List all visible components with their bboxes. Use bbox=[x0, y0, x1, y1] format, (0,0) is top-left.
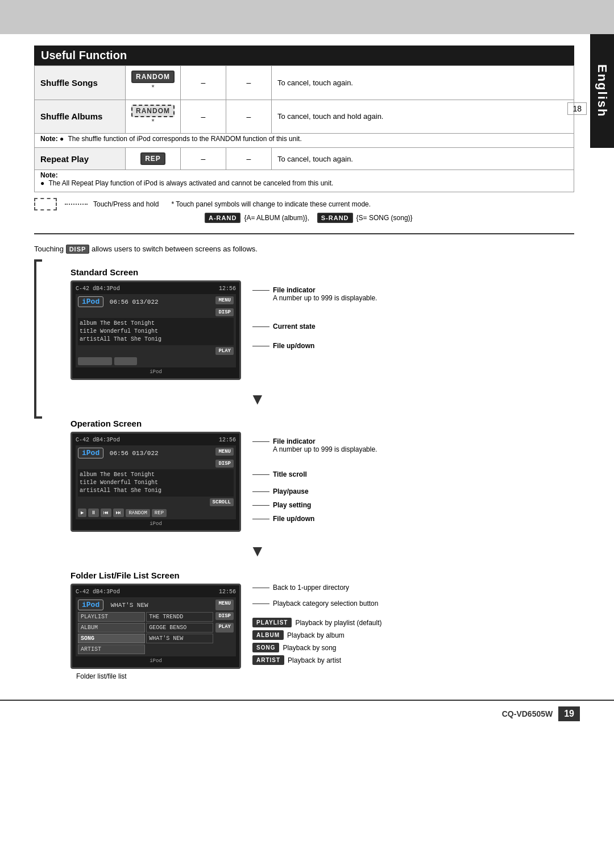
random-button-solid[interactable]: RANDOM bbox=[131, 71, 175, 83]
folder-annotations: Back to 1-upper directory Playback categ… bbox=[252, 584, 382, 665]
shuffle-songs-col2: – bbox=[181, 66, 226, 100]
row-label-shuffle-albums: Shuffle Albums bbox=[35, 100, 126, 134]
annot-dash-3 bbox=[252, 346, 269, 346]
ctrl-play[interactable]: ▶ bbox=[78, 509, 86, 517]
annot-text: File indicator A number up to 999 is dis… bbox=[273, 286, 377, 302]
random-button-dashed[interactable]: RANDOM bbox=[131, 105, 175, 117]
op-device-top-bar: C-42 dB4:3Pod 12:56 bbox=[76, 437, 236, 443]
shuffle-albums-note-row: Note: ● The shuffle function of iPod cor… bbox=[35, 134, 574, 148]
op-top-right: 12:56 bbox=[219, 437, 236, 443]
bullet-icon-2: ● bbox=[40, 179, 44, 187]
legend-playlist-badge: PLAYLIST bbox=[252, 618, 292, 627]
arrow-down-2: ▼ bbox=[133, 542, 382, 560]
op-scroll-btn[interactable]: SCROLL bbox=[210, 498, 234, 506]
folder-disp-btn[interactable]: DISP bbox=[215, 612, 234, 620]
note-label-2: Note: bbox=[40, 171, 58, 179]
operation-screen-layout: C-42 dB4:3Pod 12:56 iPod 06:56 013/022 M… bbox=[70, 432, 382, 532]
op-annot-title-scroll: Title scroll bbox=[252, 470, 377, 478]
legend-song-desc: Playback by song bbox=[283, 644, 336, 652]
folder-list-label: Folder list/file list bbox=[76, 672, 382, 680]
op-disp-btn[interactable]: DISP bbox=[215, 460, 234, 468]
shuffle-albums-note-cell: Note: ● The shuffle function of iPod cor… bbox=[35, 134, 574, 148]
op-track-info: 06:56 013/022 bbox=[110, 450, 159, 457]
op-text-line2: title Wonderful Tonight bbox=[80, 479, 232, 487]
legend-row: Touch/Press and hold * Touch panel symbo… bbox=[34, 198, 574, 210]
device-text-area: album The Best Tonight title Wonderful T… bbox=[78, 318, 234, 345]
a-rand-badge: A-RAND bbox=[205, 213, 240, 223]
folder-screen-title: Folder List/File List Screen bbox=[70, 571, 382, 580]
table-row: Shuffle Songs RANDOM * – – To cancel, to… bbox=[35, 66, 574, 100]
annot-current-state: Current state bbox=[252, 323, 377, 330]
folder-annot-back: Back to 1-upper directory bbox=[252, 584, 382, 592]
folder-legend: PLAYLIST Playback by playlist (default) … bbox=[252, 618, 382, 665]
a-rand-desc: {A= ALBUM (album)}, bbox=[244, 214, 309, 222]
disp-btn-std[interactable]: DISP bbox=[215, 308, 234, 316]
legend-artist-badge: ARTIST bbox=[252, 655, 284, 665]
disp-badge[interactable]: DISP bbox=[66, 245, 90, 254]
folder-play-btn[interactable]: PLAY bbox=[215, 623, 234, 633]
ctrl-rep[interactable]: REP bbox=[152, 509, 167, 517]
device-row-1: iPod 06:56 013/022 MENU bbox=[78, 296, 234, 307]
repeat-play-button-cell: REP bbox=[126, 148, 181, 170]
top-bar bbox=[0, 0, 614, 34]
section-divider bbox=[34, 233, 574, 234]
device-main-area: iPod 06:56 013/022 MENU DISP album The bbox=[76, 294, 236, 367]
asterisk-note: * Touch panel symbols will change to ind… bbox=[171, 200, 371, 208]
text-line3: artistAll That She Tonig bbox=[80, 336, 232, 344]
ctrl-pause[interactable]: ⏸ bbox=[88, 509, 99, 517]
disp-text-before: Touching bbox=[34, 245, 64, 253]
op-annot-file-updown: File up/down bbox=[252, 515, 377, 523]
page-number-bottom: 19 bbox=[558, 706, 580, 721]
note-label: Note: bbox=[40, 135, 58, 143]
op-ipod-badge: iPod bbox=[78, 448, 103, 458]
s-rand-badge: S-RAND bbox=[317, 213, 353, 223]
folder-whats-new: WHAT'S NEW bbox=[111, 602, 148, 609]
device-top-right: 12:56 bbox=[219, 286, 236, 292]
artist-btn[interactable]: ARTIST bbox=[78, 644, 145, 654]
model-number: CQ-VD6505W bbox=[502, 709, 553, 718]
geoge-benso-item: GEOGE BENSO bbox=[146, 623, 213, 633]
shuffle-albums-button-cell: RANDOM * bbox=[126, 100, 181, 134]
folder-ipod-badge: iPod bbox=[78, 600, 103, 610]
disp-text-after: allows users to switch between screens a… bbox=[92, 245, 258, 253]
op-bottom-label: iPod bbox=[76, 521, 236, 527]
text-line2: title Wonderful Tonight bbox=[80, 328, 232, 336]
repeat-play-col2: – bbox=[181, 148, 226, 170]
ctrl-next[interactable]: ⏭ bbox=[113, 509, 124, 517]
folder-top-bar: C-42 dB4:3Pod 12:56 bbox=[76, 589, 236, 595]
play-btn-std[interactable]: PLAY bbox=[215, 347, 234, 355]
op-menu-btn[interactable]: MENU bbox=[215, 448, 234, 456]
annot-dash bbox=[252, 290, 269, 291]
page-number-box: 18 bbox=[567, 102, 587, 115]
function-table: Shuffle Songs RANDOM * – – To cancel, to… bbox=[34, 65, 574, 192]
rep-button[interactable]: REP bbox=[140, 152, 165, 165]
table-row: Repeat Play REP – – To cancel, touch aga… bbox=[35, 148, 574, 170]
annot-file-indicator: File indicator A number up to 999 is dis… bbox=[252, 286, 377, 302]
folder-screen-layout: C-42 dB4:3Pod 12:56 iPod WHAT'S NEW MENU… bbox=[70, 584, 382, 669]
asterisk-shuffle-songs: * bbox=[151, 83, 154, 92]
ipod-badge: iPod bbox=[78, 296, 103, 307]
device-top-bar: C-42 dB4:3Pod 12:56 bbox=[76, 286, 236, 292]
op-annot-text: File indicator A number up to 999 is dis… bbox=[273, 437, 377, 453]
row-label-repeat-play: Repeat Play bbox=[35, 148, 126, 170]
op-text-area: album The Best Tonight title Wonderful T… bbox=[78, 469, 234, 497]
bottom-bar: CQ-VD6505W 19 bbox=[0, 700, 614, 727]
menu-btn[interactable]: MENU bbox=[215, 296, 234, 304]
device-controls: ▶ ⏸ ⏮ ⏭ RANDOM REP bbox=[78, 509, 234, 517]
disp-section: Touching DISP allows users to switch bet… bbox=[34, 245, 574, 254]
folder-menu-btn[interactable]: MENU bbox=[215, 600, 234, 610]
ctrl-prev[interactable]: ⏮ bbox=[101, 509, 111, 517]
playlist-btn[interactable]: PLAYLIST bbox=[78, 612, 145, 622]
folder-row-1: iPod WHAT'S NEW MENU bbox=[78, 600, 234, 610]
legend-artist: ARTIST Playback by artist bbox=[252, 655, 382, 665]
album-btn[interactable]: ALBUM bbox=[78, 623, 145, 633]
song-btn[interactable]: SONG bbox=[78, 634, 145, 643]
arrow-down-1: ▼ bbox=[133, 390, 382, 408]
folder-top-left: C-42 dB4:3Pod bbox=[76, 589, 120, 595]
ctrl-random[interactable]: RANDOM bbox=[126, 509, 150, 517]
legend-song-badge: SONG bbox=[252, 643, 279, 652]
main-content: Useful Function Shuffle Songs RANDOM * –… bbox=[34, 46, 580, 688]
op-annot-play-setting: Play setting bbox=[252, 501, 377, 509]
legend-dashed-box bbox=[34, 198, 57, 210]
legend-album: ALBUM Playback by album bbox=[252, 630, 382, 640]
